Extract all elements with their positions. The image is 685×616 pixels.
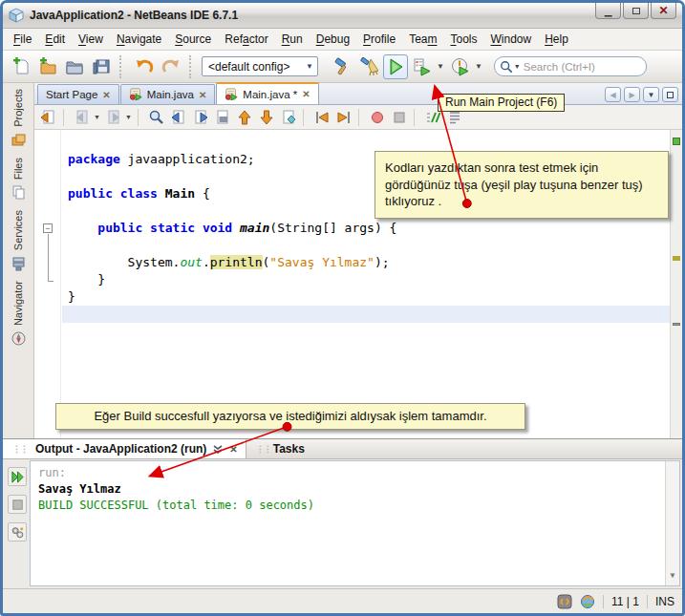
profile-dropdown-icon[interactable]: ▼: [475, 62, 482, 71]
code-token: .: [203, 255, 210, 269]
rerun-button[interactable]: [8, 467, 27, 486]
output-tab[interactable]: ⋮⋮ Output - JavaApplication2 (run) ✕: [3, 439, 246, 458]
menu-source[interactable]: Source: [168, 30, 218, 49]
new-file-button[interactable]: [9, 54, 33, 79]
debug-project-button[interactable]: [410, 54, 435, 79]
code-token: );: [375, 255, 390, 269]
forward-button[interactable]: [103, 107, 124, 128]
record-macro-icon: [369, 109, 386, 126]
clean-build-button[interactable]: [356, 54, 381, 79]
next-bookmark-button[interactable]: [256, 107, 277, 128]
menu-file[interactable]: File: [7, 30, 38, 49]
save-all-button[interactable]: [89, 54, 114, 79]
menu-edit[interactable]: Edit: [38, 30, 72, 49]
shift-left-button[interactable]: [311, 107, 332, 128]
sidebar-tab-projects[interactable]: Projects: [11, 89, 27, 148]
forward-dropdown-icon[interactable]: ▼: [125, 114, 132, 120]
undo-button[interactable]: [132, 54, 157, 79]
annotation-note-build: Eğer Build succesfull yazıyorsa ve isted…: [55, 403, 525, 430]
code-fold-toggle[interactable]: −: [43, 223, 53, 233]
sidebar-tab-label: Files: [12, 158, 24, 180]
tasks-tab[interactable]: ⋮⋮ Tasks: [246, 439, 314, 458]
debug-dropdown-icon[interactable]: ▼: [437, 62, 444, 71]
find-button[interactable]: [146, 107, 167, 128]
close-tab-icon[interactable]: ✕: [199, 90, 206, 100]
shift-right-icon: [335, 109, 353, 126]
stop-macro-button[interactable]: [389, 107, 410, 128]
tab-list-dropdown-button[interactable]: ▼: [643, 87, 659, 102]
last-edit-icon: [40, 109, 57, 126]
close-output-icon[interactable]: ✕: [229, 444, 237, 455]
sidebar-tab-files[interactable]: Files: [11, 158, 27, 201]
tab-grip: ⋮⋮: [12, 444, 28, 454]
output-scrollbar[interactable]: ▼: [665, 461, 679, 585]
menu-profile[interactable]: Profile: [356, 30, 402, 49]
menu-team[interactable]: Team: [402, 30, 443, 49]
output-console[interactable]: run:Savaş YılmazBUILD SUCCESSFUL (total …: [30, 460, 680, 586]
chevron-down-icon: ▼: [302, 57, 317, 75]
code-folding-status-icon[interactable]: [557, 594, 572, 609]
code-line[interactable]: [62, 134, 670, 151]
code-line[interactable]: [62, 237, 670, 254]
open-project-button[interactable]: [62, 54, 87, 79]
search-box[interactable]: ▼: [494, 56, 647, 76]
editor-tab-main-java-[interactable]: Main.java *✕: [216, 82, 318, 104]
menu-view[interactable]: View: [72, 30, 110, 49]
menu-navigate[interactable]: Navigate: [110, 30, 168, 49]
minimize-window-icon[interactable]: [212, 443, 224, 455]
menu-help[interactable]: Help: [538, 30, 575, 49]
update-center-icon[interactable]: [580, 594, 595, 609]
scroll-tabs-left-button[interactable]: ◀: [605, 87, 621, 102]
profile-project-button[interactable]: [448, 54, 473, 79]
annotation-note-run: Kodları yazdıktan sonra test etmek için …: [375, 151, 669, 219]
highlight-button[interactable]: [212, 107, 233, 128]
menu-tools[interactable]: Tools: [443, 30, 483, 49]
new-file-icon: [11, 57, 31, 76]
code-line[interactable]: }: [62, 288, 670, 306]
editor-tab-start-page[interactable]: Start Page✕: [37, 84, 119, 104]
new-project-button[interactable]: [35, 54, 60, 79]
record-macro-button[interactable]: [367, 107, 388, 128]
scroll-down-icon[interactable]: ▼: [666, 567, 679, 584]
run-project-button[interactable]: [383, 54, 408, 79]
output-tab-bar: ⋮⋮ Output - JavaApplication2 (run) ✕ ⋮⋮ …: [3, 439, 682, 459]
code-token: {: [195, 186, 210, 201]
sidebar-tab-services[interactable]: Services: [11, 210, 27, 271]
error-stripe[interactable]: [670, 130, 682, 438]
code-line[interactable]: public static void main(String[] args) {: [62, 220, 670, 237]
code-token: "Savaş Yılmaz": [269, 255, 375, 269]
menu-run[interactable]: Run: [275, 30, 310, 49]
maximize-button[interactable]: [623, 3, 649, 19]
sidebar-tab-label: Projects: [12, 89, 24, 127]
ant-settings-button[interactable]: [8, 522, 27, 542]
toggle-bookmark-button[interactable]: [278, 107, 299, 128]
code-line[interactable]: System.out.println("Savaş Yılmaz");: [62, 254, 670, 271]
minimize-button[interactable]: ▁: [595, 3, 621, 19]
maximize-editor-button[interactable]: [662, 87, 678, 102]
scroll-tabs-right-button[interactable]: ▶: [624, 87, 640, 102]
config-combobox[interactable]: <default config> ▼: [202, 56, 318, 76]
prev-bookmark-button[interactable]: [234, 107, 255, 128]
close-button[interactable]: ✕: [651, 3, 676, 19]
back-button[interactable]: [72, 107, 93, 128]
code-line[interactable]: }: [62, 271, 670, 288]
back-dropdown-icon[interactable]: ▼: [94, 114, 100, 120]
code-line[interactable]: [62, 306, 670, 323]
shift-right-button[interactable]: [333, 107, 354, 128]
search-input[interactable]: [524, 61, 638, 73]
find-prev-button[interactable]: [168, 107, 189, 128]
menu-window[interactable]: Window: [484, 30, 539, 49]
close-tab-icon[interactable]: ✕: [302, 89, 310, 99]
build-project-button[interactable]: [330, 54, 354, 79]
close-tab-icon[interactable]: ✕: [102, 90, 110, 100]
stop-build-button[interactable]: [8, 495, 27, 514]
menu-debug[interactable]: Debug: [310, 30, 356, 49]
stop-icon: [11, 498, 25, 512]
last-edit-button[interactable]: [38, 107, 59, 128]
menu-refactor[interactable]: Refactor: [218, 30, 274, 49]
sidebar-tab-navigator[interactable]: Navigator: [11, 281, 27, 347]
search-dropdown-icon[interactable]: ▼: [514, 63, 521, 70]
find-next-button[interactable]: [190, 107, 211, 128]
editor-tab-main-java[interactable]: Main.java✕: [120, 84, 216, 104]
redo-button[interactable]: [159, 54, 183, 79]
